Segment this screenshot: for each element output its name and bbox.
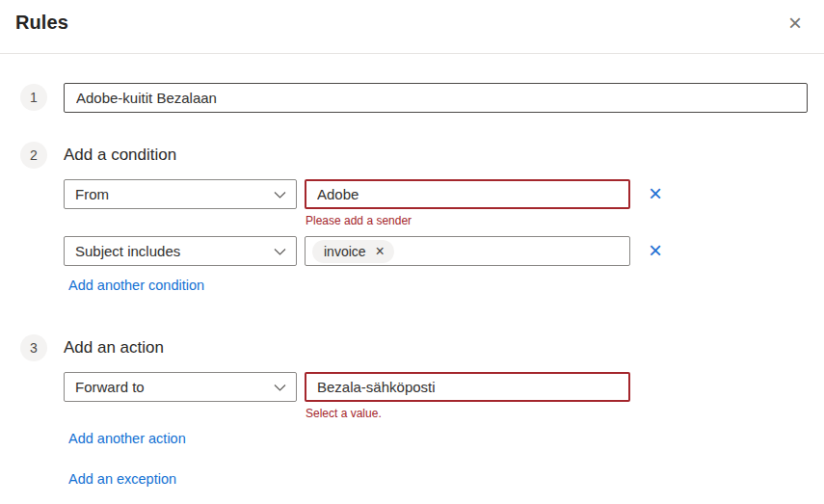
header-divider xyxy=(0,53,824,54)
action-type-select[interactable]: Forward to xyxy=(64,372,297,402)
add-action-link[interactable]: Add another action xyxy=(68,431,186,446)
close-icon: × xyxy=(788,10,802,36)
keyword-tag-label: invoice xyxy=(324,244,366,259)
rule-name-input[interactable] xyxy=(64,83,808,113)
page-title: Rules xyxy=(15,12,68,34)
chevron-down-icon xyxy=(274,248,286,256)
step-3-badge: 3 xyxy=(20,334,47,361)
delete-condition-row2-button[interactable]: × xyxy=(643,238,668,263)
action-value-input[interactable] xyxy=(305,372,630,402)
delete-icon: × xyxy=(649,180,662,206)
condition-type-select[interactable]: From xyxy=(64,179,297,209)
condition-section-heading: Add a condition xyxy=(64,146,176,165)
delete-condition-row1-button[interactable]: × xyxy=(643,181,668,206)
condition-error-text: Please add a sender xyxy=(306,214,412,227)
action-type-value: Forward to xyxy=(75,379,145,395)
subject-keywords-input[interactable]: invoice × xyxy=(305,236,630,266)
step-2-badge: 2 xyxy=(20,142,47,169)
close-button[interactable]: × xyxy=(782,10,809,37)
condition-type-select-2[interactable]: Subject includes xyxy=(64,236,297,266)
rules-dialog: Rules × 1 2 Add a condition From × Pleas… xyxy=(0,0,824,504)
step-1-badge: 1 xyxy=(20,84,47,111)
keyword-tag: invoice × xyxy=(312,240,394,263)
action-section-heading: Add an action xyxy=(64,338,164,358)
condition-type-value: From xyxy=(75,186,109,202)
chevron-down-icon xyxy=(274,384,286,392)
chevron-down-icon xyxy=(274,191,286,199)
condition-value-input[interactable] xyxy=(305,179,630,209)
remove-tag-icon[interactable]: × xyxy=(376,244,385,259)
condition-type-value-2: Subject includes xyxy=(75,243,180,259)
add-exception-link[interactable]: Add an exception xyxy=(68,471,176,487)
add-condition-link[interactable]: Add another condition xyxy=(68,278,204,293)
delete-icon: × xyxy=(649,237,662,263)
action-error-text: Select a value. xyxy=(306,407,382,420)
